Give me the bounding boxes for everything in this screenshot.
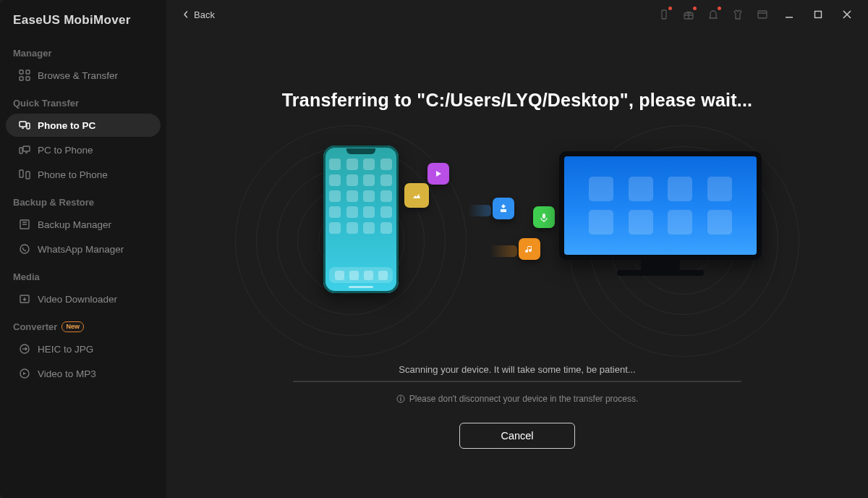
svg-rect-8 — [20, 170, 23, 177]
svg-rect-7 — [20, 148, 22, 153]
sidebar-item-label: Backup Manager — [38, 219, 111, 230]
svg-rect-15 — [662, 10, 666, 19]
sidebar-item-video-downloader[interactable]: Video Downloader — [6, 287, 161, 311]
section-label-converter: Converter New — [0, 311, 166, 337]
pc-to-phone-icon — [19, 144, 30, 156]
svg-rect-0 — [20, 70, 23, 74]
motion-trail — [468, 205, 491, 216]
status-text: Scanning your device. It will take some … — [293, 364, 741, 381]
video-chip-icon — [427, 163, 449, 185]
sidebar-item-label: Video Downloader — [38, 294, 117, 305]
cancel-button[interactable]: Cancel — [459, 423, 575, 449]
window-minimize-button[interactable] — [780, 5, 799, 24]
svg-rect-9 — [26, 172, 30, 179]
back-label: Back — [194, 9, 215, 20]
section-label-manager: Manager — [0, 38, 166, 63]
sidebar-item-whatsapp-manager[interactable]: WhatsApp Manager — [6, 237, 161, 261]
svg-rect-1 — [26, 70, 30, 74]
sidebar-item-phone-to-pc[interactable]: Phone to PC — [6, 114, 161, 137]
sidebar-item-label: Browse & Transfer — [38, 70, 118, 81]
photo-chip-icon — [404, 183, 429, 208]
svg-point-11 — [20, 245, 29, 253]
sidebar-item-label: HEIC to JPG — [38, 344, 93, 355]
sidebar: EaseUS MobiMover Manager Browse & Transf… — [0, 0, 166, 498]
svg-point-21 — [400, 397, 401, 398]
chevron-left-icon — [182, 11, 190, 18]
sidebar-item-heic-to-jpg[interactable]: HEIC to JPG — [6, 337, 161, 360]
voice-chip-icon — [533, 206, 555, 228]
image-convert-icon — [19, 343, 30, 355]
section-label-media: Media — [0, 261, 166, 287]
backup-icon — [19, 219, 30, 230]
sidebar-item-browse-transfer[interactable]: Browse & Transfer — [6, 64, 161, 87]
titlebar: Back — [166, 0, 868, 29]
back-button[interactable]: Back — [178, 7, 219, 23]
info-icon — [396, 394, 405, 403]
monitor-graphic — [559, 151, 762, 279]
svg-rect-3 — [26, 77, 30, 80]
gift-icon[interactable] — [681, 7, 696, 22]
svg-rect-4 — [20, 122, 26, 127]
svg-rect-5 — [27, 123, 30, 129]
sidebar-item-label: WhatsApp Manager — [38, 244, 124, 255]
sidebar-item-label: Phone to Phone — [38, 169, 108, 180]
status-block: Scanning your device. It will take some … — [293, 364, 741, 404]
sidebar-item-backup-manager[interactable]: Backup Manager — [6, 213, 161, 236]
window-maximize-button[interactable] — [809, 5, 827, 24]
sidebar-item-label: PC to Phone — [38, 145, 93, 156]
menu-icon[interactable] — [755, 7, 770, 22]
shirt-icon[interactable] — [731, 7, 745, 22]
phone-graphic — [323, 145, 399, 293]
sidebar-item-pc-to-phone[interactable]: PC to Phone — [6, 138, 161, 161]
svg-rect-6 — [23, 146, 30, 151]
titlebar-icons — [657, 5, 861, 24]
audio-convert-icon — [19, 368, 30, 379]
svg-rect-2 — [20, 77, 23, 80]
svg-rect-19 — [542, 214, 545, 219]
sidebar-item-label: Phone to PC — [38, 120, 95, 131]
hint-text: Please don't disconnect your device in t… — [409, 394, 638, 404]
sidebar-item-video-to-mp3[interactable]: Video to MP3 — [6, 362, 161, 385]
sidebar-item-phone-to-phone[interactable]: Phone to Phone — [6, 163, 161, 186]
svg-rect-22 — [400, 398, 401, 401]
section-label-text: Converter — [13, 321, 57, 332]
whatsapp-icon — [19, 243, 30, 255]
main-panel: Back — [166, 0, 868, 498]
content: Transferring to "C:/Users/LYQ/Desktop", … — [166, 29, 868, 498]
window-close-button[interactable] — [838, 5, 856, 24]
section-label-quick-transfer: Quick Transfer — [0, 88, 166, 113]
section-label-backup-restore: Backup & Restore — [0, 187, 166, 212]
svg-rect-17 — [758, 11, 767, 18]
motion-trail — [490, 245, 517, 257]
sidebar-item-label: Video to MP3 — [38, 368, 96, 379]
phone-status-icon[interactable] — [657, 7, 671, 22]
app-title: EaseUS MobiMover — [0, 13, 166, 38]
download-icon — [19, 293, 30, 305]
grid-icon — [19, 69, 30, 81]
phone-to-pc-icon — [19, 119, 30, 131]
page-heading: Transferring to "C:/Users/LYQ/Desktop", … — [282, 90, 752, 111]
music-chip-icon — [519, 238, 540, 260]
transfer-illustration — [264, 140, 770, 350]
bell-icon[interactable] — [706, 7, 720, 22]
svg-rect-18 — [815, 12, 822, 18]
hint-row: Please don't disconnect your device in t… — [293, 382, 741, 404]
app-chip-icon — [493, 198, 514, 219]
phone-to-phone-icon — [19, 169, 30, 180]
new-badge: New — [61, 321, 84, 332]
